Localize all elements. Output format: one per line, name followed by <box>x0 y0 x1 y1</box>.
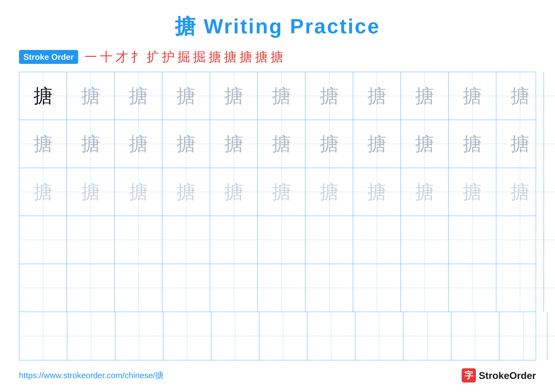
grid-cell-5-10[interactable]: 搪 <box>499 312 548 360</box>
grid-cell-2-6[interactable]: 搪 <box>306 168 353 216</box>
grid-cell-1-6[interactable]: 搪 <box>306 120 353 168</box>
grid-cell-4-7[interactable]: 搪 <box>353 264 401 312</box>
grid-cell-5-4[interactable]: 搪 <box>211 312 259 360</box>
grid-row-4: 搪搪搪搪搪搪搪搪搪搪搪搪搪 <box>19 264 536 312</box>
grid-cell-3-6[interactable]: 搪 <box>306 216 353 264</box>
footer-url[interactable]: https://www.strokeorder.com/chinese/搪 <box>19 370 163 381</box>
grid-cell-0-8[interactable]: 搪 <box>401 72 449 120</box>
grid-cell-4-11[interactable]: 搪 <box>544 264 555 312</box>
grid-cell-3-2[interactable]: 搪 <box>115 216 162 264</box>
grid-cell-4-1[interactable]: 搪 <box>67 264 115 312</box>
footer-logo: 字 StrokeOrder <box>462 368 536 383</box>
grid-cell-3-0[interactable]: 搪 <box>19 216 67 264</box>
grid-cell-0-9[interactable]: 搪 <box>449 72 496 120</box>
grid-cell-5-2[interactable]: 搪 <box>115 312 163 360</box>
cell-char-5-9: 搪 <box>466 327 485 346</box>
grid-cell-4-3[interactable]: 搪 <box>162 264 210 312</box>
grid-cell-2-1[interactable]: 搪 <box>67 168 115 216</box>
grid-cell-5-0[interactable]: 搪 <box>19 312 67 360</box>
cell-char-3-9: 搪 <box>463 230 482 249</box>
stroke-step-12: 搪 <box>270 51 283 63</box>
cell-char-4-5: 搪 <box>272 278 291 297</box>
grid-cell-1-5[interactable]: 搪 <box>258 120 305 168</box>
grid-cell-3-7[interactable]: 搪 <box>353 216 401 264</box>
grid-cell-3-11[interactable]: 搪 <box>544 216 555 264</box>
grid-cell-2-11[interactable]: 搪 <box>544 168 555 216</box>
footer-logo-text: StrokeOrder <box>479 370 536 381</box>
grid-cell-4-5[interactable]: 搪 <box>258 264 305 312</box>
grid-cell-3-4[interactable]: 搪 <box>210 216 258 264</box>
grid-cell-3-1[interactable]: 搪 <box>67 216 115 264</box>
footer: https://www.strokeorder.com/chinese/搪 字 … <box>19 368 536 383</box>
cell-char-0-3: 搪 <box>176 86 196 106</box>
grid-cell-5-3[interactable]: 搪 <box>163 312 211 360</box>
grid-cell-2-7[interactable]: 搪 <box>353 168 401 216</box>
grid-cell-0-3[interactable]: 搪 <box>162 72 210 120</box>
cell-char-3-2: 搪 <box>129 230 148 249</box>
grid-cell-5-7[interactable]: 搪 <box>355 312 403 360</box>
grid-cell-4-6[interactable]: 搪 <box>306 264 353 312</box>
cell-char-0-7: 搪 <box>367 86 386 106</box>
grid-cell-4-10[interactable]: 搪 <box>496 264 544 312</box>
cell-char-3-5: 搪 <box>272 230 291 249</box>
grid-cell-2-2[interactable]: 搪 <box>115 168 162 216</box>
cell-char-1-2: 搪 <box>129 134 148 153</box>
grid-cell-0-1[interactable]: 搪 <box>67 72 115 120</box>
grid-cell-0-2[interactable]: 搪 <box>115 72 162 120</box>
grid-cell-0-7[interactable]: 搪 <box>353 72 401 120</box>
grid-cell-2-0[interactable]: 搪 <box>19 168 67 216</box>
grid-cell-1-7[interactable]: 搪 <box>353 120 401 168</box>
grid-cell-3-5[interactable]: 搪 <box>258 216 305 264</box>
cell-char-4-0: 搪 <box>34 278 52 297</box>
cell-char-3-1: 搪 <box>81 230 100 249</box>
page: 搪 Writing Practice Stroke Order 一十才扌扩护掘掘… <box>0 0 555 392</box>
grid-cell-5-5[interactable]: 搪 <box>259 312 307 360</box>
grid-cell-4-8[interactable]: 搪 <box>401 264 449 312</box>
grid-cell-3-8[interactable]: 搪 <box>401 216 449 264</box>
grid-cell-3-9[interactable]: 搪 <box>449 216 496 264</box>
cell-char-5-10: 搪 <box>514 327 533 346</box>
grid-cell-2-8[interactable]: 搪 <box>401 168 449 216</box>
grid-cell-2-10[interactable]: 搪 <box>496 168 544 216</box>
cell-char-1-5: 搪 <box>272 134 291 153</box>
grid-cell-2-5[interactable]: 搪 <box>258 168 305 216</box>
grid-cell-0-6[interactable]: 搪 <box>306 72 353 120</box>
cell-char-3-7: 搪 <box>367 230 386 249</box>
grid-cell-1-10[interactable]: 搪 <box>496 120 544 168</box>
grid-cell-0-4[interactable]: 搪 <box>210 72 258 120</box>
grid-cell-0-11[interactable]: 搪 <box>544 72 555 120</box>
cell-char-2-1: 搪 <box>81 183 100 201</box>
grid-cell-5-8[interactable]: 搪 <box>403 312 451 360</box>
grid-cell-1-9[interactable]: 搪 <box>449 120 496 168</box>
cell-char-4-8: 搪 <box>415 278 434 297</box>
grid-cell-1-3[interactable]: 搪 <box>162 120 210 168</box>
stroke-order-badge: Stroke Order <box>19 50 78 64</box>
cell-char-0-10: 搪 <box>511 86 530 106</box>
grid-cell-5-1[interactable]: 搪 <box>67 312 115 360</box>
cell-char-0-1: 搪 <box>81 86 100 106</box>
grid-cell-0-0[interactable]: 搪 <box>19 72 67 120</box>
grid-cell-1-1[interactable]: 搪 <box>67 120 115 168</box>
grid-cell-2-3[interactable]: 搪 <box>162 168 210 216</box>
grid-cell-1-2[interactable]: 搪 <box>115 120 162 168</box>
grid-cell-2-9[interactable]: 搪 <box>449 168 496 216</box>
grid-cell-1-8[interactable]: 搪 <box>401 120 449 168</box>
stroke-step-7: 掘 <box>193 51 206 63</box>
grid-cell-4-4[interactable]: 搪 <box>210 264 258 312</box>
grid-cell-5-11[interactable]: 搪 <box>548 312 555 360</box>
grid-cell-4-9[interactable]: 搪 <box>449 264 496 312</box>
grid-cell-3-10[interactable]: 搪 <box>496 216 544 264</box>
grid-cell-5-6[interactable]: 搪 <box>307 312 355 360</box>
grid-row-3: 搪搪搪搪搪搪搪搪搪搪搪搪搪 <box>19 216 536 264</box>
grid-cell-3-3[interactable]: 搪 <box>162 216 210 264</box>
cell-char-3-0: 搪 <box>34 230 52 249</box>
grid-cell-0-5[interactable]: 搪 <box>258 72 305 120</box>
grid-cell-1-11[interactable]: 搪 <box>544 120 555 168</box>
grid-cell-2-4[interactable]: 搪 <box>210 168 258 216</box>
grid-cell-4-2[interactable]: 搪 <box>115 264 162 312</box>
grid-cell-5-9[interactable]: 搪 <box>451 312 499 360</box>
grid-cell-1-0[interactable]: 搪 <box>19 120 67 168</box>
grid-cell-1-4[interactable]: 搪 <box>210 120 258 168</box>
grid-cell-0-10[interactable]: 搪 <box>496 72 544 120</box>
grid-cell-4-0[interactable]: 搪 <box>19 264 67 312</box>
